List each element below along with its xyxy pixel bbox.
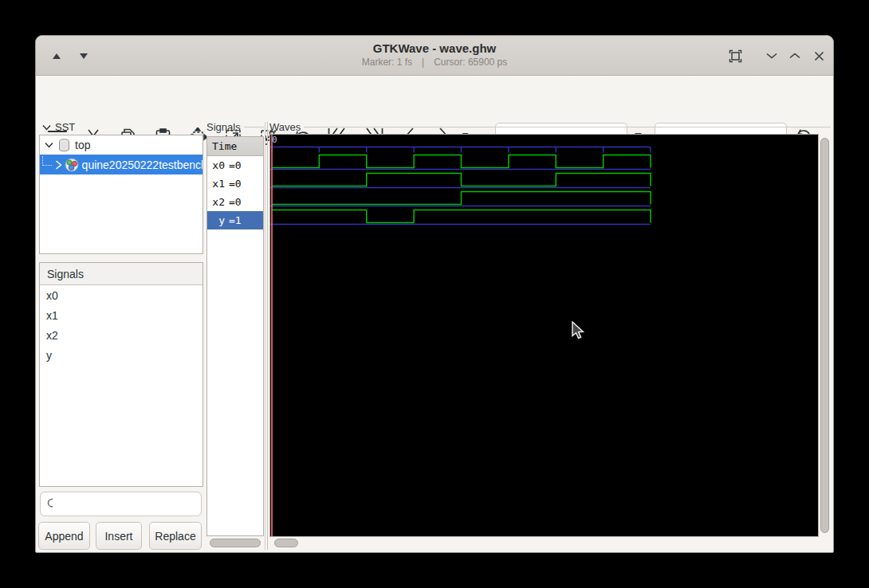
tree-item-label: top [75, 139, 90, 151]
values-panel: Time x0=0 x1=0 x2=0 y=1 [206, 136, 264, 536]
expander-down-icon [42, 124, 51, 131]
timeline-origin-label: 0 [272, 135, 277, 145]
sst-tree: top quine20250222testbench [39, 135, 203, 254]
waves-label-text: Waves [269, 121, 301, 133]
append-button[interactable]: Append [38, 522, 90, 550]
toolbar: From: To: [36, 76, 833, 120]
value-row-y[interactable]: y=1 [207, 211, 263, 229]
values-frame-label: Signals [206, 121, 264, 133]
close-icon [814, 51, 824, 61]
signal-value: =1 [229, 214, 242, 226]
window-title: GTKWave - wave.ghw [36, 41, 833, 55]
signals-list-panel: Signals x0 x1 x2 y [39, 262, 203, 487]
expander-down-icon [45, 142, 53, 148]
search-input[interactable] [57, 494, 201, 515]
signal-value: =0 [229, 159, 242, 171]
chevron-up-icon [789, 53, 800, 59]
signal-value: =0 [229, 196, 242, 208]
minimize-button[interactable] [761, 45, 783, 66]
title-area: GTKWave - wave.ghw Marker: 1 fs|Cursor: … [36, 36, 833, 68]
tree-item-testbench[interactable]: quine20250222testbench [40, 155, 203, 174]
signal-value: =0 [229, 178, 242, 190]
tree-item-top[interactable]: top [40, 135, 203, 155]
time-header[interactable]: Time [207, 137, 263, 156]
waves-vscrollbar[interactable] [819, 136, 832, 536]
values-hscrollbar[interactable] [206, 539, 264, 548]
signal-name: y [212, 214, 225, 226]
signals-list-header: Signals [40, 263, 203, 285]
tree-item-label: quine20250222testbench [82, 159, 203, 171]
value-row-x1[interactable]: x1=0 [207, 174, 263, 193]
waves-vscrollbar-thumb[interactable] [820, 138, 829, 533]
signal-name: x0 [212, 159, 225, 171]
signal-list-item-x2[interactable]: x2 [40, 325, 203, 345]
insert-button[interactable]: Insert [96, 522, 142, 550]
signal-list-item-y[interactable]: y [40, 345, 203, 365]
window-status: Marker: 1 fs|Cursor: 65900 ps [36, 57, 833, 68]
module-icon [65, 158, 78, 172]
waves-hscrollbar-thumb[interactable] [274, 539, 298, 547]
close-button[interactable] [808, 45, 830, 66]
values-label-text: Signals [206, 121, 241, 133]
fullscreen-button[interactable] [724, 45, 746, 66]
waveform-plot [270, 135, 818, 536]
value-row-x2[interactable]: x2=0 [207, 193, 263, 211]
signal-list-item-x0[interactable]: x0 [40, 285, 203, 305]
pane-separator[interactable] [265, 122, 268, 550]
search-icon [47, 498, 53, 510]
signal-list-item-x1[interactable]: x1 [40, 305, 203, 325]
values-hscrollbar-thumb[interactable] [210, 539, 261, 547]
sst-expander[interactable]: SST [42, 121, 75, 133]
value-row-x0[interactable]: x0=0 [207, 156, 263, 174]
signal-search[interactable] [40, 492, 202, 516]
marker-status: Marker: 1 fs [357, 57, 417, 68]
database-icon [58, 139, 70, 152]
chevron-down-icon [766, 53, 777, 59]
titlebar[interactable]: GTKWave - wave.ghw Marker: 1 fs|Cursor: … [36, 36, 833, 76]
cursor-status: Cursor: 65900 ps [429, 57, 512, 68]
gtkwave-window: GTKWave - wave.ghw Marker: 1 fs|Cursor: … [35, 35, 834, 553]
fullscreen-icon [729, 49, 742, 63]
signal-name: x2 [212, 196, 225, 208]
wave-canvas[interactable]: 0 [269, 134, 819, 537]
mouse-cursor [572, 321, 588, 340]
waves-frame-label: Waves [269, 121, 831, 133]
signal-name: x1 [212, 178, 225, 190]
tree-connector [42, 156, 52, 166]
replace-button[interactable]: Replace [149, 522, 202, 550]
expander-right-icon [55, 160, 62, 170]
waves-hscrollbar[interactable] [269, 539, 831, 548]
sst-label: SST [55, 121, 75, 133]
status-divider: | [417, 57, 429, 68]
maximize-button[interactable] [784, 45, 806, 66]
